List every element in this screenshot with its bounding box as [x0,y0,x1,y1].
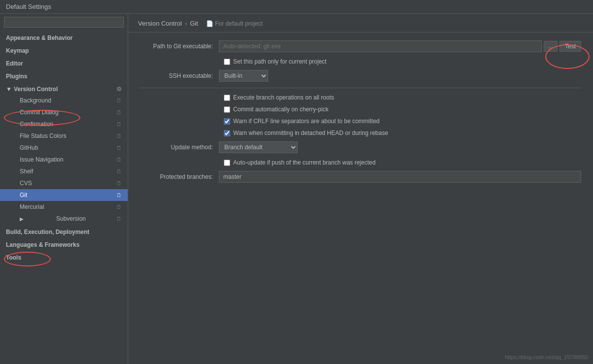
page-icon-commit: 🗒 [116,109,122,115]
crlf-label[interactable]: Warn if CRLF line separators are about t… [233,118,380,125]
breadcrumb-parent: Version Control [138,20,182,27]
sidebar-label-languages: Languages & Frameworks [6,241,79,248]
breadcrumb-child: Git [190,20,198,27]
sidebar: Appearance & Behavior Keymap Editor Plug… [0,14,128,364]
sidebar-item-commit-dialog[interactable]: Commit Dialog 🗒 [0,106,128,118]
content-header: Version Control › Git 📄 For default proj… [128,14,593,33]
page-icon-confirmation: 🗒 [116,121,122,127]
crlf-row: Warn if CRLF line separators are about t… [224,118,581,125]
sidebar-label-mercurial: Mercurial [20,203,44,210]
page-icon-cvs: 🗒 [116,180,122,186]
auto-update-checkbox[interactable] [224,160,230,166]
ssh-label: SSH executable: [140,72,219,79]
sidebar-item-editor[interactable]: Editor [0,56,128,69]
sidebar-item-issue-navigation[interactable]: Issue Navigation 🗒 [0,154,128,165]
path-test-button[interactable]: Test [559,41,581,52]
sidebar-item-confirmation[interactable]: Confirmation 🗒 [0,118,128,130]
sidebar-label-commit-dialog: Commit Dialog [20,109,59,116]
sidebar-label-build: Build, Execution, Deployment [6,229,89,235]
sidebar-item-plugins[interactable]: Plugins [0,69,128,82]
chevron-right-icon: ▶ [20,216,24,222]
ssh-select[interactable]: Built-in Native [219,70,268,82]
page-icon-git: 🗒 [116,192,122,198]
crlf-checkbox[interactable] [224,118,230,125]
breadcrumb-arrow: › [185,20,187,27]
protected-branches-label: Protected branches: [140,173,219,180]
current-project-row: Set this path only for current project [224,58,581,65]
sidebar-item-mercurial[interactable]: Mercurial 🗒 [0,201,128,213]
sidebar-item-keymap[interactable]: Keymap [0,43,128,56]
sidebar-label-tools: Tools [6,254,21,261]
execute-branch-row: Execute branch operations on all roots [224,94,581,101]
path-input[interactable] [219,40,542,52]
content-body: Path to Git executable: ... Test Set thi… [128,33,593,197]
sidebar-label-confirmation: Confirmation [20,121,53,128]
sidebar-item-build[interactable]: Build, Execution, Deployment [0,225,128,237]
sidebar-item-cvs[interactable]: CVS 🗒 [0,177,128,189]
window-title: Default Settings [6,3,51,10]
sidebar-label-editor: Editor [6,60,23,67]
sidebar-item-version-control[interactable]: ▼ Version Control ⚙ [0,82,128,95]
commit-auto-label[interactable]: Commit automatically on cherry-pick [233,106,328,113]
execute-branch-label[interactable]: Execute branch operations on all roots [233,94,334,101]
sidebar-label-shelf: Shelf [20,168,33,175]
sidebar-label-github: GitHub [20,144,38,151]
sidebar-label-plugins: Plugins [6,73,27,80]
update-method-row: Update method: Branch default Merge Reba… [140,141,581,153]
sidebar-item-file-status-colors[interactable]: File Status Colors 🗒 [0,130,128,142]
path-browse-button[interactable]: ... [544,41,558,52]
path-input-group: ... Test [219,40,581,52]
update-select-group: Branch default Merge Rebase [219,141,581,153]
page-icon-issue: 🗒 [116,157,122,163]
page-icon-mercurial: 🗒 [116,204,122,210]
auto-update-row: Auto-update if push of the current branc… [224,159,581,166]
sidebar-label-version-control: Version Control [14,86,58,93]
content-area: Version Control › Git 📄 For default proj… [128,14,593,364]
protected-branches-input[interactable] [219,171,581,183]
sidebar-label-issue-navigation: Issue Navigation [20,156,64,163]
detached-row: Warn when committing in detached HEAD or… [224,130,581,136]
update-method-label: Update method: [140,144,219,151]
ssh-row: SSH executable: Built-in Native [140,70,581,82]
sidebar-label-keymap: Keymap [6,47,29,54]
chevron-down-icon: ▼ [6,86,12,93]
title-bar: Default Settings [0,0,593,14]
sidebar-item-tools[interactable]: Tools [0,250,128,263]
protected-branches-row: Protected branches: [140,171,581,183]
ssh-select-group: Built-in Native [219,70,581,82]
page-icon-background: 🗒 [116,98,122,103]
execute-branch-checkbox[interactable] [224,95,230,101]
sidebar-label-git: Git [20,192,27,199]
path-row: Path to Git executable: ... Test [140,40,581,52]
search-box[interactable] [0,14,128,31]
sidebar-item-background[interactable]: Background 🗒 [0,95,128,106]
detached-checkbox[interactable] [224,130,230,136]
sidebar-label-background: Background [20,97,51,104]
commit-auto-checkbox[interactable] [224,106,230,113]
path-label: Path to Git executable: [140,43,219,50]
sidebar-label-cvs: CVS [20,180,32,187]
page-icon-shelf: 🗒 [116,168,122,174]
update-method-select[interactable]: Branch default Merge Rebase [219,141,298,153]
divider-1 [140,88,581,88]
search-input[interactable] [4,17,124,28]
sidebar-item-shelf[interactable]: Shelf 🗒 [0,165,128,177]
sidebar-item-subversion[interactable]: ▶ Subversion 🗒 [0,213,128,225]
current-project-checkbox[interactable] [224,59,230,65]
protected-branches-input-group [219,171,581,183]
detached-label[interactable]: Warn when committing in detached HEAD or… [233,130,388,136]
page-icon-github: 🗒 [116,145,122,151]
current-project-label[interactable]: Set this path only for current project [233,58,326,65]
document-icon: 📄 [206,20,213,27]
sidebar-label-file-status-colors: File Status Colors [20,132,67,139]
auto-update-label[interactable]: Auto-update if push of the current branc… [233,159,376,166]
sidebar-item-github[interactable]: GitHub 🗒 [0,142,128,154]
watermark: https://blog.csdn.net/qq_15798650 [505,354,588,360]
for-project-label: 📄 For default project [206,20,263,27]
sidebar-item-git[interactable]: Git 🗒 [0,189,128,201]
page-icon-subversion: 🗒 [116,216,122,222]
sidebar-item-languages[interactable]: Languages & Frameworks [0,237,128,250]
sidebar-item-appearance[interactable]: Appearance & Behavior [0,31,128,43]
sidebar-label-subversion: Subversion [56,215,86,222]
commit-auto-row: Commit automatically on cherry-pick [224,106,581,113]
